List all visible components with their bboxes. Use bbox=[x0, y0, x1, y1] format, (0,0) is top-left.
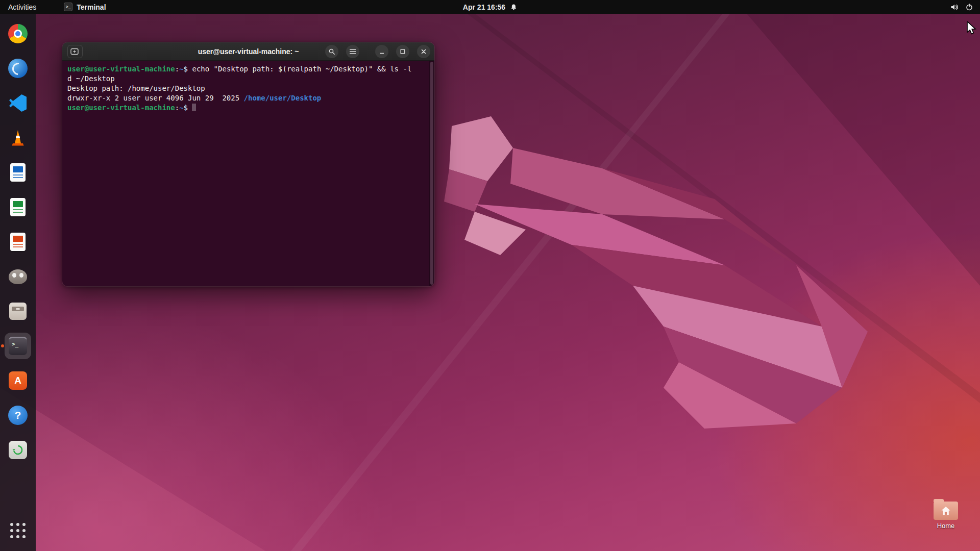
bell-icon bbox=[510, 4, 517, 11]
search-icon bbox=[328, 48, 335, 55]
dock-item-thunderbird[interactable] bbox=[5, 55, 31, 82]
scrollbar-thumb[interactable] bbox=[430, 62, 433, 285]
vlc-icon bbox=[9, 129, 27, 147]
dock-item-libreoffice-calc[interactable] bbox=[5, 194, 31, 220]
maximize-icon bbox=[400, 48, 406, 55]
ls-output-text: drwxr-xr-x 2 user user 4096 Jun 29 2025 bbox=[67, 94, 244, 102]
desktop-home-shortcut[interactable]: Home bbox=[929, 498, 963, 530]
files-icon bbox=[9, 303, 27, 320]
terminal-window: user@user-virtual-machine: ~ bbox=[62, 42, 434, 286]
dock-item-trash[interactable] bbox=[5, 437, 31, 463]
hamburger-menu-icon bbox=[349, 48, 356, 55]
dock-item-ubuntu-software[interactable]: A bbox=[5, 367, 31, 394]
maximize-button[interactable] bbox=[396, 45, 409, 58]
window-controls bbox=[325, 45, 430, 58]
clock-menu[interactable]: Apr 21 16:56 bbox=[463, 0, 517, 14]
dock-item-help[interactable]: ? bbox=[5, 402, 31, 429]
search-button[interactable] bbox=[325, 45, 338, 58]
prompt-user-host: user@user-virtual-machine bbox=[67, 104, 175, 112]
dock: >_ A ? bbox=[0, 14, 36, 551]
dock-item-vlc[interactable] bbox=[5, 124, 31, 151]
activities-label: Activities bbox=[8, 3, 36, 11]
terminal-line: d ~/Desktop bbox=[67, 74, 424, 84]
thunderbird-icon bbox=[8, 59, 28, 78]
terminal-line: Desktop path: /home/user/Desktop bbox=[67, 84, 424, 93]
ls-output-path: /home/user/Desktop bbox=[244, 94, 322, 102]
dock-item-vscode[interactable] bbox=[5, 90, 31, 116]
power-icon bbox=[966, 4, 973, 11]
dock-item-gimp[interactable] bbox=[5, 263, 31, 290]
terminal-app-icon: >_ bbox=[64, 3, 72, 11]
terminal-titlebar[interactable]: user@user-virtual-machine: ~ bbox=[62, 42, 434, 61]
new-tab-button[interactable] bbox=[67, 45, 83, 58]
terminal-line: user@user-virtual-machine:~$ bbox=[67, 103, 424, 113]
close-icon bbox=[421, 48, 427, 55]
recycle-arrows-icon bbox=[12, 444, 23, 456]
close-button[interactable] bbox=[417, 45, 430, 58]
libreoffice-impress-icon bbox=[10, 233, 26, 251]
prompt-cwd: ~ bbox=[179, 65, 183, 73]
command-text: echo "Desktop path: $(realpath ~/Desktop… bbox=[192, 65, 411, 73]
prompt-separator: : bbox=[175, 104, 179, 112]
home-label: Home bbox=[929, 522, 963, 530]
running-indicator-dot bbox=[1, 344, 4, 347]
vscode-icon bbox=[9, 94, 27, 112]
app-grid-icon bbox=[10, 523, 26, 538]
chrome-icon bbox=[8, 24, 28, 43]
dock-item-chrome[interactable] bbox=[5, 20, 31, 47]
terminal-line: drwxr-xr-x 2 user user 4096 Jun 29 2025 … bbox=[67, 93, 424, 103]
menu-button[interactable] bbox=[346, 45, 359, 58]
clock-label: Apr 21 16:56 bbox=[463, 3, 505, 11]
activities-button[interactable]: Activities bbox=[0, 0, 44, 14]
new-tab-icon bbox=[70, 48, 80, 55]
minimize-icon bbox=[379, 48, 385, 55]
prompt-separator: : bbox=[175, 65, 179, 73]
trash-icon bbox=[9, 441, 27, 459]
minimize-button[interactable] bbox=[375, 45, 388, 58]
prompt-user-host: user@user-virtual-machine bbox=[67, 65, 175, 73]
focused-app-menu[interactable]: >_ Terminal bbox=[64, 3, 106, 11]
prompt-symbol: $ bbox=[184, 104, 192, 112]
terminal-cursor bbox=[192, 104, 196, 111]
house-icon bbox=[941, 506, 951, 515]
dock-item-terminal[interactable]: >_ bbox=[5, 333, 31, 359]
app-grid-button[interactable] bbox=[5, 517, 31, 544]
libreoffice-calc-icon bbox=[10, 198, 26, 216]
top-bar: Activities >_ Terminal Apr 21 16:56 bbox=[0, 0, 980, 14]
terminal-icon: >_ bbox=[9, 337, 27, 355]
focused-app-label: Terminal bbox=[77, 3, 106, 11]
help-icon-glyph: ? bbox=[15, 409, 21, 421]
prompt-cwd: ~ bbox=[179, 104, 183, 112]
terminal-line: user@user-virtual-machine:~$ echo "Deskt… bbox=[67, 64, 424, 74]
terminal-icon-glyph: >_ bbox=[12, 341, 18, 347]
dock-item-libreoffice-writer[interactable] bbox=[5, 159, 31, 186]
gimp-icon bbox=[9, 269, 27, 284]
prompt-symbol: $ bbox=[184, 65, 192, 73]
volume-icon bbox=[950, 4, 959, 11]
system-status-area[interactable] bbox=[950, 0, 980, 14]
terminal-content[interactable]: user@user-virtual-machine:~$ echo "Deskt… bbox=[62, 61, 434, 286]
home-folder-icon bbox=[934, 502, 958, 520]
software-icon-glyph: A bbox=[14, 375, 21, 386]
libreoffice-writer-icon bbox=[10, 163, 26, 182]
desktop: Activities >_ Terminal Apr 21 16:56 bbox=[0, 0, 980, 551]
dock-item-libreoffice-impress[interactable] bbox=[5, 229, 31, 255]
ubuntu-software-icon: A bbox=[9, 371, 27, 390]
help-icon: ? bbox=[8, 406, 28, 425]
dock-item-files[interactable] bbox=[5, 298, 31, 324]
terminal-scrollbar[interactable] bbox=[429, 61, 434, 286]
